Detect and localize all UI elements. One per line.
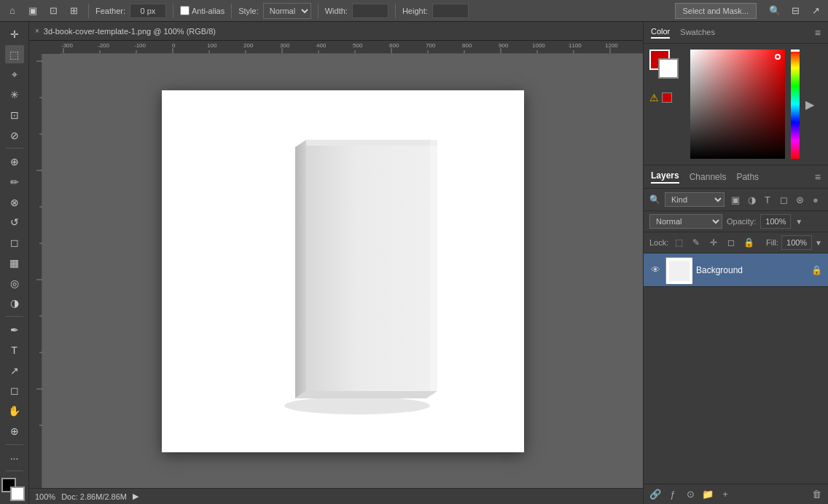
tool-sep-1 (6, 148, 23, 149)
brush-tool[interactable]: ✏ (5, 173, 24, 192)
path-tool[interactable]: ↗ (5, 361, 24, 380)
swatches-tab[interactable]: Swatches (680, 28, 715, 38)
lock-position-btn[interactable]: ✎ (689, 235, 703, 250)
lasso-tool[interactable]: ⌖ (5, 65, 24, 84)
zoom-tool[interactable]: ⊕ (5, 422, 24, 441)
eraser-tool[interactable]: ◻ (5, 233, 24, 252)
color-gradient-field[interactable] (690, 50, 785, 159)
width-label: Width: (325, 7, 348, 15)
marquee-icon[interactable]: ▣ (25, 3, 41, 19)
filter-toggle-icon[interactable]: ● (809, 193, 822, 206)
lock-all-btn[interactable]: 🔒 (741, 235, 756, 250)
filter-pixel-icon[interactable]: ▣ (729, 193, 742, 206)
anti-alias-wrap[interactable]: Anti-alias (180, 6, 224, 15)
color-panel: Color Swatches ≡ ⚠ (644, 22, 828, 165)
marquee-tool[interactable]: ⬚ (5, 45, 24, 64)
shape-tool[interactable]: ◻ (5, 381, 24, 400)
toolbar-sep-1 (88, 4, 89, 18)
intersect-icon[interactable]: ⊡ (45, 3, 61, 19)
magic-wand-tool[interactable]: ✳ (5, 85, 24, 104)
clone-tool[interactable]: ⊗ (5, 193, 24, 212)
export-icon[interactable]: ↗ (808, 3, 824, 19)
hue-spectrum-arrow-icon[interactable]: ▶ (805, 98, 814, 111)
filter-shape-icon[interactable]: ◻ (777, 193, 790, 206)
canvas-area: × 3d-book-cover-template-1.png @ 100% (R… (29, 22, 643, 504)
lock-pixels-btn[interactable]: ⬚ (671, 235, 686, 250)
blur-tool[interactable]: ◎ (5, 274, 24, 293)
layers-lock-row: Lock: ⬚ ✎ ✛ ◻ 🔒 Fill: ▼ (644, 232, 828, 253)
dodge-tool[interactable]: ◑ (5, 294, 24, 313)
opacity-input[interactable] (760, 214, 791, 229)
lock-label: Lock: (649, 238, 668, 247)
status-expand-btn[interactable]: ▶ (133, 492, 138, 501)
background-color[interactable] (10, 487, 25, 501)
lock-artboard-btn[interactable]: ◻ (724, 235, 738, 250)
fg-bg-container (649, 50, 686, 86)
svg-text:200: 200 (243, 42, 254, 49)
toolbar-sep-2 (173, 4, 173, 18)
move-tool[interactable]: ✛ (5, 25, 24, 44)
delete-layer-btn[interactable]: 🗑 (809, 487, 824, 502)
svg-marker-47 (295, 391, 437, 398)
layer-visibility-toggle[interactable]: 👁 (649, 264, 661, 276)
filter-smart-icon[interactable]: ⊛ (793, 193, 806, 206)
filter-kind-select[interactable]: Kind (665, 192, 724, 207)
healing-tool[interactable]: ⊕ (5, 152, 24, 171)
svg-text:300: 300 (280, 42, 290, 49)
arrange-icon[interactable]: ⊟ (787, 3, 803, 19)
history-tool[interactable]: ↺ (5, 213, 24, 232)
color-tab[interactable]: Color (651, 27, 670, 39)
opacity-arrow-icon[interactable]: ▼ (795, 218, 802, 226)
pen-tool[interactable]: ✒ (5, 320, 24, 339)
layers-bottom-bar: 🔗 ƒ ⊙ 📁 + 🗑 (644, 484, 828, 504)
add-style-btn[interactable]: ƒ (665, 487, 680, 502)
layers-panel-menu-icon[interactable]: ≡ (815, 171, 821, 183)
filter-text-icon[interactable]: T (761, 193, 774, 206)
create-group-btn[interactable]: 📁 (700, 487, 715, 502)
ruler-corner (29, 41, 60, 54)
layers-blend-row: Normal Opacity: ▼ (644, 211, 828, 232)
color-swatches (1, 478, 28, 504)
text-tool[interactable]: T (5, 341, 24, 360)
select-mask-button[interactable]: Select and Mask... (675, 3, 757, 19)
style-select[interactable]: Normal (263, 3, 311, 19)
anti-alias-label: Anti-alias (192, 7, 224, 15)
hand-tool[interactable]: ✋ (5, 401, 24, 420)
closest-gamut-color[interactable] (662, 92, 672, 103)
subtract-icon[interactable]: ⊞ (66, 3, 82, 19)
opacity-label: Opacity: (727, 217, 756, 226)
eyedropper-tool[interactable]: ⊘ (5, 126, 24, 145)
link-layers-btn[interactable]: 🔗 (648, 487, 663, 502)
search-icon[interactable]: 🔍 (767, 3, 783, 19)
height-input[interactable] (432, 4, 469, 18)
background-swatch[interactable] (658, 58, 679, 79)
tab-close-btn[interactable]: × (35, 27, 39, 35)
layer-item-background[interactable]: 👁 Background 🔒 (644, 253, 828, 287)
vertical-ruler (29, 54, 42, 488)
filter-adjust-icon[interactable]: ◑ (745, 193, 758, 206)
home-icon[interactable]: ⌂ (4, 3, 20, 19)
fill-input[interactable] (781, 235, 812, 250)
feather-label: Feather: (95, 7, 125, 15)
width-input[interactable] (352, 4, 388, 18)
feather-input[interactable] (130, 4, 166, 18)
svg-text:0: 0 (172, 42, 176, 49)
svg-text:100: 100 (207, 42, 217, 49)
hue-slider[interactable] (791, 50, 800, 159)
canvas-viewport[interactable] (42, 54, 643, 488)
crop-tool[interactable]: ⊡ (5, 106, 24, 125)
canvas-document (162, 90, 524, 452)
color-panel-menu-icon[interactable]: ≡ (815, 27, 821, 39)
channels-tab[interactable]: Channels (690, 172, 727, 182)
add-mask-btn[interactable]: ⊙ (683, 487, 698, 502)
create-layer-btn[interactable]: + (718, 487, 733, 502)
fill-arrow-icon[interactable]: ▼ (815, 239, 822, 247)
out-of-gamut-warning-icon[interactable]: ⚠ (649, 92, 659, 103)
lock-move-btn[interactable]: ✛ (706, 235, 721, 250)
gradient-tool[interactable]: ▦ (5, 253, 24, 272)
more-tools[interactable]: ··· (5, 449, 24, 468)
paths-tab[interactable]: Paths (736, 172, 759, 182)
anti-alias-checkbox[interactable] (180, 6, 190, 15)
blend-mode-select[interactable]: Normal (649, 214, 722, 229)
layers-tab[interactable]: Layers (651, 170, 679, 184)
